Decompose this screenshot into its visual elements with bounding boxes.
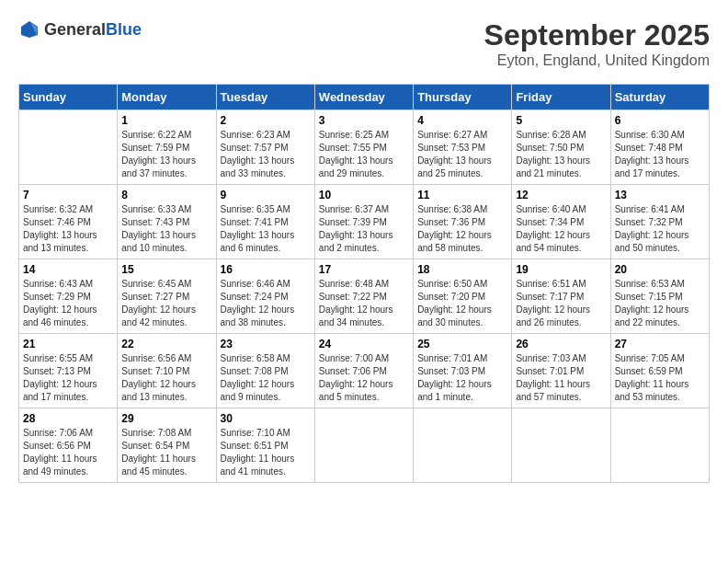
sunrise-text: Sunrise: 6:45 AM <box>121 278 211 291</box>
sunrise-text: Sunrise: 6:55 AM <box>23 352 113 365</box>
sunset-text: Sunset: 7:22 PM <box>319 291 409 304</box>
sunrise-text: Sunrise: 6:37 AM <box>319 203 409 216</box>
day-info: Sunrise: 6:33 AMSunset: 7:43 PMDaylight:… <box>121 203 211 255</box>
day-info: Sunrise: 6:41 AMSunset: 7:32 PMDaylight:… <box>615 203 705 255</box>
daylight-text: Daylight: 12 hours and 9 minutes. <box>221 378 311 404</box>
day-number: 26 <box>516 338 606 350</box>
daylight-text: Daylight: 13 hours and 33 minutes. <box>221 155 311 180</box>
sunset-text: Sunset: 7:17 PM <box>516 291 606 304</box>
daylight-text: Daylight: 12 hours and 22 minutes. <box>615 304 705 329</box>
calendar-header-row: Sunday Monday Tuesday Wednesday Thursday… <box>19 85 710 110</box>
daylight-text: Daylight: 13 hours and 2 minutes. <box>319 229 409 255</box>
sunset-text: Sunset: 6:59 PM <box>615 365 705 378</box>
sunset-text: Sunset: 7:34 PM <box>516 216 606 229</box>
day-info: Sunrise: 7:06 AMSunset: 6:56 PMDaylight:… <box>23 427 113 478</box>
daylight-text: Daylight: 12 hours and 34 minutes. <box>319 304 409 329</box>
sunrise-text: Sunrise: 6:38 AM <box>417 203 507 216</box>
sunrise-text: Sunrise: 6:50 AM <box>417 278 507 291</box>
day-cell-0-5: 5Sunrise: 6:28 AMSunset: 7:50 PMDaylight… <box>512 110 610 185</box>
sunset-text: Sunset: 7:20 PM <box>417 291 507 304</box>
sunset-text: Sunset: 7:13 PM <box>23 365 113 378</box>
day-info: Sunrise: 6:43 AMSunset: 7:29 PMDaylight:… <box>23 278 113 329</box>
sunrise-text: Sunrise: 6:41 AM <box>615 203 705 216</box>
sunrise-text: Sunrise: 7:08 AM <box>121 427 211 440</box>
day-info: Sunrise: 6:35 AMSunset: 7:41 PMDaylight:… <box>221 203 311 255</box>
sunset-text: Sunset: 6:56 PM <box>23 440 113 453</box>
sunrise-text: Sunrise: 7:06 AM <box>23 427 113 440</box>
day-cell-2-3: 17Sunrise: 6:48 AMSunset: 7:22 PMDayligh… <box>314 259 413 334</box>
day-number: 3 <box>319 114 409 127</box>
day-number: 18 <box>417 263 507 276</box>
day-cell-2-1: 15Sunrise: 6:45 AMSunset: 7:27 PMDayligh… <box>118 259 216 334</box>
sunrise-text: Sunrise: 6:53 AM <box>615 278 705 291</box>
day-info: Sunrise: 6:32 AMSunset: 7:46 PMDaylight:… <box>23 203 113 255</box>
logo-icon <box>18 18 40 40</box>
day-cell-4-5 <box>512 408 610 483</box>
day-info: Sunrise: 7:03 AMSunset: 7:01 PMDaylight:… <box>516 352 606 404</box>
day-cell-2-0: 14Sunrise: 6:43 AMSunset: 7:29 PMDayligh… <box>19 259 118 334</box>
col-monday: Monday <box>118 85 216 110</box>
day-cell-3-4: 25Sunrise: 7:01 AMSunset: 7:03 PMDayligh… <box>414 334 512 408</box>
daylight-text: Daylight: 12 hours and 46 minutes. <box>23 304 113 329</box>
daylight-text: Daylight: 12 hours and 17 minutes. <box>23 378 113 404</box>
day-info: Sunrise: 6:58 AMSunset: 7:08 PMDaylight:… <box>221 352 311 404</box>
sunset-text: Sunset: 7:50 PM <box>516 142 606 155</box>
sunrise-text: Sunrise: 7:00 AM <box>319 352 409 365</box>
day-number: 29 <box>121 412 211 425</box>
daylight-text: Daylight: 11 hours and 49 minutes. <box>23 453 113 478</box>
day-cell-2-4: 18Sunrise: 6:50 AMSunset: 7:20 PMDayligh… <box>414 259 512 334</box>
day-cell-1-2: 9Sunrise: 6:35 AMSunset: 7:41 PMDaylight… <box>216 185 314 259</box>
daylight-text: Daylight: 13 hours and 17 minutes. <box>615 155 705 180</box>
sunrise-text: Sunrise: 6:22 AM <box>121 129 211 142</box>
day-info: Sunrise: 6:22 AMSunset: 7:59 PMDaylight:… <box>121 129 211 180</box>
sunset-text: Sunset: 7:27 PM <box>121 291 211 304</box>
day-number: 10 <box>319 189 409 201</box>
day-number: 2 <box>221 114 311 127</box>
sunrise-text: Sunrise: 6:32 AM <box>23 203 113 216</box>
sunrise-text: Sunrise: 6:56 AM <box>121 352 211 365</box>
calendar-table: Sunday Monday Tuesday Wednesday Thursday… <box>18 84 710 483</box>
day-info: Sunrise: 6:25 AMSunset: 7:55 PMDaylight:… <box>319 129 409 180</box>
week-row-5: 28Sunrise: 7:06 AMSunset: 6:56 PMDayligh… <box>19 408 710 483</box>
day-cell-3-0: 21Sunrise: 6:55 AMSunset: 7:13 PMDayligh… <box>19 334 118 408</box>
sunset-text: Sunset: 7:48 PM <box>615 142 705 155</box>
sunset-text: Sunset: 7:01 PM <box>516 365 606 378</box>
title-block: September 2025 Eyton, England, United Ki… <box>484 18 710 69</box>
daylight-text: Daylight: 13 hours and 37 minutes. <box>121 155 211 180</box>
day-cell-0-4: 4Sunrise: 6:27 AMSunset: 7:53 PMDaylight… <box>414 110 512 185</box>
logo-blue: Blue <box>106 20 142 39</box>
daylight-text: Daylight: 12 hours and 5 minutes. <box>319 378 409 404</box>
page-header: GeneralBlue September 2025 Eyton, Englan… <box>18 18 710 69</box>
day-cell-2-5: 19Sunrise: 6:51 AMSunset: 7:17 PMDayligh… <box>512 259 610 334</box>
day-info: Sunrise: 6:30 AMSunset: 7:48 PMDaylight:… <box>615 129 705 180</box>
daylight-text: Daylight: 12 hours and 38 minutes. <box>221 304 311 329</box>
daylight-text: Daylight: 12 hours and 26 minutes. <box>516 304 606 329</box>
col-wednesday: Wednesday <box>314 85 413 110</box>
sunrise-text: Sunrise: 6:30 AM <box>615 129 705 142</box>
day-info: Sunrise: 6:48 AMSunset: 7:22 PMDaylight:… <box>319 278 409 329</box>
day-cell-1-6: 13Sunrise: 6:41 AMSunset: 7:32 PMDayligh… <box>610 185 709 259</box>
day-info: Sunrise: 6:51 AMSunset: 7:17 PMDaylight:… <box>516 278 606 329</box>
day-number: 5 <box>516 114 606 127</box>
day-info: Sunrise: 7:00 AMSunset: 7:06 PMDaylight:… <box>319 352 409 404</box>
sunset-text: Sunset: 7:08 PM <box>221 365 311 378</box>
sunset-text: Sunset: 7:39 PM <box>319 216 409 229</box>
day-cell-3-2: 23Sunrise: 6:58 AMSunset: 7:08 PMDayligh… <box>216 334 314 408</box>
daylight-text: Daylight: 12 hours and 42 minutes. <box>121 304 211 329</box>
sunrise-text: Sunrise: 6:51 AM <box>516 278 606 291</box>
logo-text: GeneralBlue <box>44 20 142 40</box>
day-number: 12 <box>516 189 606 201</box>
daylight-text: Daylight: 13 hours and 10 minutes. <box>121 229 211 255</box>
sunrise-text: Sunrise: 6:43 AM <box>23 278 113 291</box>
sunrise-text: Sunrise: 6:46 AM <box>221 278 311 291</box>
daylight-text: Daylight: 13 hours and 21 minutes. <box>516 155 606 180</box>
daylight-text: Daylight: 11 hours and 57 minutes. <box>516 378 606 404</box>
sunrise-text: Sunrise: 6:58 AM <box>221 352 311 365</box>
day-number: 23 <box>221 338 311 350</box>
daylight-text: Daylight: 12 hours and 50 minutes. <box>615 229 705 255</box>
day-info: Sunrise: 7:01 AMSunset: 7:03 PMDaylight:… <box>417 352 507 404</box>
daylight-text: Daylight: 12 hours and 13 minutes. <box>121 378 211 404</box>
day-cell-0-6: 6Sunrise: 6:30 AMSunset: 7:48 PMDaylight… <box>610 110 709 185</box>
day-info: Sunrise: 6:45 AMSunset: 7:27 PMDaylight:… <box>121 278 211 329</box>
day-number: 22 <box>121 338 211 350</box>
